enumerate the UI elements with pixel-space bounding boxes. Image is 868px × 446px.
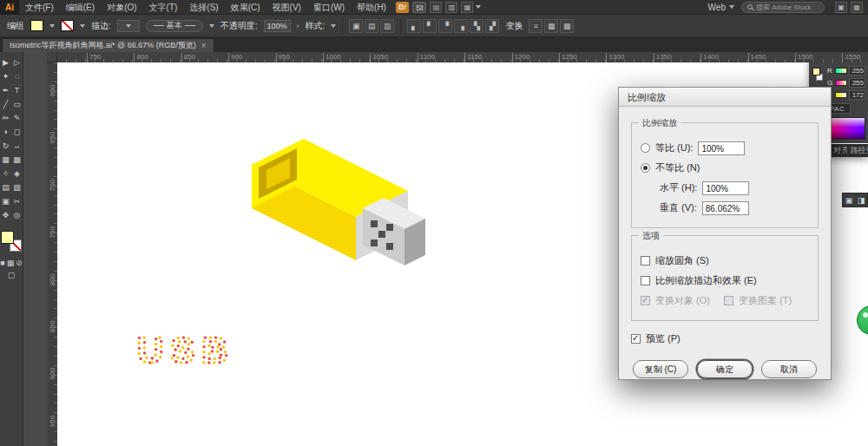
fill-swatch[interactable] [1,231,14,244]
align-button[interactable]: ▘ [423,19,437,33]
panel-tab[interactable]: 对齐 [831,144,847,157]
arrange-documents-icon[interactable]: ▦ [461,2,473,13]
nonuniform-radio[interactable] [641,163,650,173]
control-icon-button[interactable]: ▤ [365,19,378,33]
menu-item[interactable]: 视图(V) [266,0,307,15]
brush-definition-select[interactable]: 基本 [146,20,203,32]
control-icon-button[interactable]: ▥ [380,19,394,33]
menu-item[interactable]: 选择(S) [183,0,224,15]
tool-pen-tool[interactable]: ✒ [0,83,11,97]
menu-item[interactable]: 效果(C) [225,0,266,15]
tool-pencil-tool[interactable]: ✎ [11,111,23,125]
tool-mesh-tool[interactable]: ▦ [0,153,11,167]
align-button[interactable]: ▝ [438,19,452,33]
collapsed-panel-icon[interactable]: ▣ [845,196,853,205]
menu-item[interactable]: 对象(O) [101,0,142,15]
paint-mode-button[interactable]: ■ [0,259,4,267]
copy-button[interactable]: 复制 (C) [633,360,688,378]
vertical-scale-field[interactable]: 86.062% [702,201,749,215]
channel-value-field[interactable]: 255 [849,66,865,75]
scale-strokes-checkbox[interactable] [641,276,650,285]
panel-fill-stroke-widget[interactable] [812,66,825,89]
panel-fill-swatch[interactable] [812,68,820,75]
ruler-horizontal[interactable]: 7508008509009501000105011001150120012501… [47,52,868,62]
align-button[interactable]: ▞ [485,19,499,33]
workspace-switcher[interactable]: Web [708,3,734,12]
menu-item[interactable]: 文字(T) [143,0,184,15]
dialog-title[interactable]: 比例缩放 [619,88,831,107]
transform-objects-checkbox[interactable] [641,296,650,305]
stock-search-input[interactable]: 搜索 Adobe Stock [741,2,825,13]
fill-caret-icon[interactable] [49,24,55,28]
control-icon-button[interactable]: ▣ [349,19,363,33]
menu-item[interactable]: 帮助(H) [351,0,392,15]
ok-button[interactable]: 确定 [697,360,753,378]
tool-symbol-sprayer-tool[interactable]: ▤ [0,180,11,194]
collapsed-panel-icon[interactable]: ◨ [858,196,865,205]
stock-button[interactable]: St [412,2,427,13]
align-button[interactable]: ▖ [407,19,421,33]
tool-blob-brush-tool[interactable]: ◖ [0,125,11,139]
transform-patterns-checkbox[interactable] [724,296,733,305]
paint-mode-button[interactable]: ▩ [7,259,15,267]
document-tab[interactable]: Isometric等距视角斜角网格.ai* @ 66.67% (RGB/预览) … [2,38,214,52]
stroke-caret-icon[interactable] [80,24,85,28]
style-caret-icon[interactable] [331,24,336,28]
tool-artboard-tool[interactable]: ▣ [0,194,11,208]
menubar-icon[interactable]: ▣ [835,2,847,13]
arrange-documents-icon[interactable]: ▤ [430,2,442,13]
scale-corners-checkbox[interactable] [641,256,650,266]
preview-checkbox[interactable] [631,334,641,344]
tool-magic-wand-tool[interactable]: ✦ [0,69,11,83]
channel-value-field[interactable]: 255 [849,78,865,88]
tool-lasso-tool[interactable]: ◌ [11,69,23,83]
brush-caret-icon[interactable] [209,24,214,28]
menu-item[interactable]: 窗口(W) [307,0,351,15]
tool-selection-tool[interactable]: ▶ [0,56,11,69]
ruler-origin-corner[interactable] [47,52,57,62]
channel-slider[interactable] [835,80,847,86]
paint-mode-button[interactable]: ⊘ [16,259,23,267]
panel-tab[interactable]: 路径查 [847,144,868,157]
tool-paintbrush-tool[interactable]: ✏ [0,111,11,125]
channel-value-field[interactable]: 172 [849,90,865,100]
tool-slice-tool[interactable]: ✂ [11,194,23,208]
screen-mode-button[interactable]: ▢ [8,271,16,279]
horizontal-scale-field[interactable]: 100% [702,181,749,195]
menu-item[interactable]: 文件(F) [19,0,60,15]
menu-item[interactable]: 编辑(E) [60,0,101,15]
close-icon[interactable]: × [201,41,207,50]
control-icon-button[interactable]: ▩ [560,19,574,33]
tool-gradient-tool[interactable]: ▩ [11,153,23,167]
tool-hand-tool[interactable]: ✥ [0,208,11,222]
bridge-button[interactable]: Br [396,2,409,13]
cancel-button[interactable]: 取消 [761,360,817,378]
stroke-width-field[interactable] [117,20,140,32]
tool-line-segment-tool[interactable]: ╱ [0,97,11,111]
tool-rotate-tool[interactable]: ↻ [0,139,11,153]
stroke-color-swatch[interactable] [61,20,74,31]
tool-direct-selection-tool[interactable]: ▷ [11,56,23,69]
align-button[interactable]: ▚ [470,19,483,33]
tool-zoom-tool[interactable]: ◎ [11,208,23,222]
uniform-radio[interactable] [641,143,650,153]
tool-rectangle-tool[interactable]: ▭ [11,97,23,111]
tool-scale-tool[interactable]: ↔ [11,139,23,153]
tool-eraser-tool[interactable]: ◻ [11,125,23,139]
fill-color-swatch[interactable] [30,20,43,31]
tool-type-tool[interactable]: T [11,83,23,97]
opacity-field[interactable]: 100% [264,20,291,32]
arrange-documents-icon[interactable]: ▥ [445,2,457,13]
channel-slider[interactable] [835,92,847,98]
tool-blend-tool[interactable]: ◈ [11,167,23,180]
fill-stroke-widget[interactable] [1,231,22,252]
arrange-documents-caret[interactable] [476,5,481,9]
channel-slider[interactable] [835,68,847,74]
control-icon-button[interactable]: ▦ [544,19,558,33]
opacity-more-icon[interactable]: › [297,22,299,30]
uniform-scale-field[interactable]: 100% [698,141,745,155]
align-button[interactable]: ▗ [454,19,468,33]
ruler-vertical[interactable]: 600650700750800850900950 [47,62,57,446]
tool-graph-tool[interactable]: ▧ [11,180,23,194]
menubar-icon[interactable]: ▦ [851,2,863,13]
